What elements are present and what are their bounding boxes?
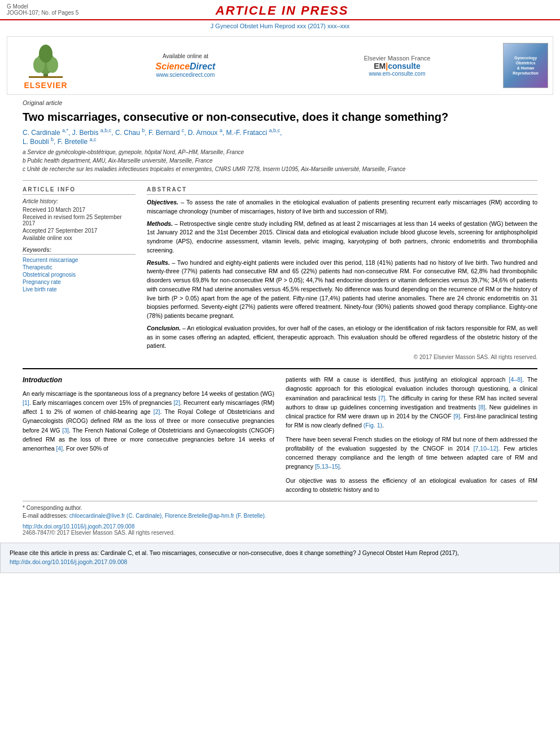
article-history-label: Article history: <box>23 198 135 204</box>
introduction-right-col: patients with RM a cause is identified, … <box>286 375 537 494</box>
corresponding-author-note: * Corresponding author. <box>23 505 537 511</box>
ref-9[interactable]: [9] <box>453 413 460 420</box>
email-cardinale[interactable]: chloecardinale@live.fr (C. Cardinale), <box>69 513 163 519</box>
em-consulte-url[interactable]: www.em-consulte.com <box>291 71 503 77</box>
ref-2b[interactable]: [2] <box>154 408 160 415</box>
author-berbis: J. Berbis a,b,c <box>72 129 112 137</box>
author-chau: C. Chau b <box>115 129 145 137</box>
keyword-3: Obstetrical prognosis <box>23 272 135 278</box>
affiliations: a Service de gynécologie-obstétrique, gy… <box>23 148 537 173</box>
author-fratacci: M.-F. Fratacci a,b,c <box>226 129 281 137</box>
email-bretelle[interactable]: Florence.Bretelle@ap-hm.fr (F. Bretelle)… <box>165 513 266 519</box>
journal-thumbnail: GynecologyObstetrics& HumanReproduction <box>503 43 548 88</box>
footnote-section: * Corresponding author. E-mail addresses… <box>23 501 537 519</box>
em-consulte-logo: EM|consulte <box>291 62 503 71</box>
abstract-title: ABSTRACT <box>147 186 537 195</box>
intro-para-right-2: There have been several French studies o… <box>286 435 537 471</box>
email-label: E-mail addresses: <box>23 513 68 519</box>
ref-7[interactable]: [7] <box>378 395 385 401</box>
abstract-methods: Methods. – Retrospective single centre s… <box>147 220 537 255</box>
elsevier-wordmark: ELSEVIER <box>24 81 67 90</box>
em-consulte-box: Elsevier Masson France EM|consulte www.e… <box>291 55 503 77</box>
logo-section: ELSEVIER Available online at ScienceDire… <box>7 36 553 95</box>
sciencedirect-logo: ScienceDirect <box>80 62 291 72</box>
keywords-section: Keywords: Recurrent miscarriage Therapeu… <box>23 247 135 292</box>
intro-para-right-1: patients with RM a cause is identified, … <box>286 375 537 430</box>
elsevier-masson-label: Elsevier Masson France <box>291 55 503 62</box>
ref-8[interactable]: [8] <box>479 404 485 410</box>
keyword-5: Live birth rate <box>23 286 135 292</box>
sciencedirect-url[interactable]: www.sciencedirect.com <box>80 72 291 78</box>
elsevier-logo: ELSEVIER <box>12 41 80 90</box>
main-content: Original article Two miscarriages, conse… <box>0 99 560 536</box>
copyright-text: © 2017 Elsevier Masson SAS. All rights r… <box>147 354 537 360</box>
issn-line: 2468-7847/© 2017 Elsevier Masson SAS. Al… <box>23 530 537 536</box>
journal-id: G Model JOGOH-107; No. of Pages 5 <box>7 3 78 16</box>
elsevier-tree-icon <box>23 41 68 81</box>
ref-2[interactable]: [2] <box>173 399 180 406</box>
ref-4-8[interactable]: [4–8] <box>509 376 522 383</box>
sciencedirect-box: Available online at ScienceDirect www.sc… <box>80 53 291 78</box>
article-info-title: ARTICLE INFO <box>23 186 135 195</box>
keyword-1: Recurrent miscarriage <box>23 257 135 263</box>
author-arnoux: D. Arnoux a <box>188 129 222 137</box>
abstract-col: ABSTRACT Objectives. – To assess the rat… <box>147 186 537 360</box>
doi-url[interactable]: http://dx.doi.org/10.1016/j.jogoh.2017.0… <box>23 523 537 530</box>
article-info-abstract-section: ARTICLE INFO Article history: Received 1… <box>23 180 537 360</box>
author-boubli: L. Boubli b <box>23 138 54 146</box>
ref-5-13-15[interactable]: [5,13–15] <box>315 463 340 470</box>
top-banner: G Model JOGOH-107; No. of Pages 5 ARTICL… <box>0 0 560 20</box>
available-online: Available online xxx <box>23 235 135 241</box>
affiliation-a: a Service de gynécologie-obstétrique, gy… <box>23 148 537 156</box>
article-in-press-label: ARTICLE IN PRESS <box>216 3 349 18</box>
author-bretelle: F. Bretelle a,c <box>58 138 97 146</box>
abstract-conclusion: Conclusion. – An etiological evaluation … <box>147 324 537 351</box>
intro-para-right-3: Our objective was to assess the efficien… <box>286 476 537 495</box>
affiliation-b: b Public health department, AMU, Aix-Mar… <box>23 156 537 165</box>
email-addresses: E-mail addresses: chloecardinale@live.fr… <box>23 513 537 519</box>
introduction-heading: Introduction <box>23 375 274 386</box>
authors-line: C. Cardinale a,*, J. Berbis a,b,c, C. Ch… <box>23 128 537 146</box>
fig-1-link[interactable]: (Fig. 1) <box>364 422 382 429</box>
abstract-objectives: Objectives. – To assess the rate of anom… <box>147 198 537 216</box>
author-cardinale: C. Cardinale a,* <box>23 129 68 137</box>
citation-text: Please cite this article in press as: Ca… <box>10 549 459 556</box>
svg-rect-5 <box>29 76 63 78</box>
svg-point-4 <box>39 45 53 63</box>
revised-date: Received in revised form 25 September 20… <box>23 214 135 226</box>
section-label: Original article <box>23 99 537 106</box>
author-bernard: F. Bernard c <box>148 129 184 137</box>
article-title: Two miscarriages, consecutive or non-con… <box>23 110 537 124</box>
introduction-left-col: Introduction An early miscarriage is the… <box>23 375 274 494</box>
citation-doi-link[interactable]: http://dx.doi.org/10.1016/j.jogoh.2017.0… <box>10 558 127 565</box>
doi-section: http://dx.doi.org/10.1016/j.jogoh.2017.0… <box>23 523 537 536</box>
keyword-4: Pregnancy rate <box>23 279 135 285</box>
ref-3[interactable]: [3] <box>62 427 69 434</box>
journal-name: J Gynecol Obstet Hum Reprod xxx (2017) x… <box>0 20 560 32</box>
article-info-col: ARTICLE INFO Article history: Received 1… <box>23 186 135 360</box>
affiliation-c: c Unité de recherche sur les maladies in… <box>23 165 537 173</box>
ref-1[interactable]: [1] <box>23 399 29 406</box>
intro-para-left: An early miscarriage is the spontaneous … <box>23 389 274 453</box>
keyword-2: Therapeutic <box>23 264 135 270</box>
abstract-results: Results. – Two hundred and eighty-eight … <box>147 259 537 321</box>
received-date: Received 10 March 2017 <box>23 207 135 213</box>
ref-7-10-12[interactable]: [7,10–12] <box>474 445 498 452</box>
introduction-section: Introduction An early miscarriage is the… <box>23 368 537 494</box>
citation-bar: Please cite this article in press as: Ca… <box>0 543 560 573</box>
keywords-title: Keywords: <box>23 247 135 255</box>
accepted-date: Accepted 27 September 2017 <box>23 228 135 234</box>
ref-4[interactable]: [4] <box>56 445 63 452</box>
